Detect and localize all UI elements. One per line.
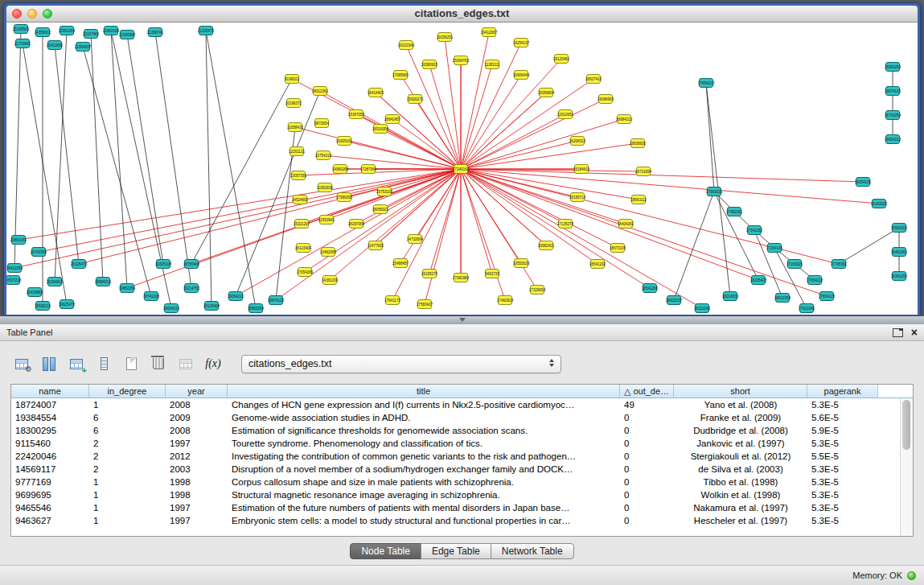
graph-node[interactable]: 17462918 [497, 296, 514, 305]
tab-edge-table[interactable]: Edge Table [421, 543, 491, 559]
graph-node[interactable]: 19336251 [437, 33, 454, 42]
graph-node[interactable]: 10196372 [285, 99, 302, 108]
table-mode-icon[interactable]: ⚙ [10, 353, 34, 374]
table-cell[interactable]: 5.3E-5 [807, 514, 878, 527]
graph-edge[interactable] [461, 169, 598, 264]
graph-node[interactable]: 19210346 [398, 41, 415, 50]
graph-node[interactable]: 19412354 [6, 264, 23, 273]
graph-node[interactable]: 19625473 [59, 300, 76, 309]
graph-edge[interactable] [461, 169, 618, 248]
graph-node[interactable]: 18214536 [722, 292, 739, 301]
table-cell[interactable]: 1998 [166, 476, 228, 488]
graph-node[interactable]: 13462085 [320, 248, 337, 257]
graph-edge[interactable] [206, 31, 256, 308]
table-cell[interactable]: 6 [89, 424, 166, 437]
table-cell[interactable]: 2003 [166, 463, 228, 476]
function-builder-icon[interactable]: f(x) [201, 353, 225, 374]
table-cell[interactable]: de Silva et al. (2003) [674, 463, 807, 476]
table-cell[interactable]: 0 [620, 501, 674, 514]
graph-edge[interactable] [206, 31, 211, 306]
graph-node[interactable]: 17240161 [453, 165, 470, 174]
graph-node[interactable]: 17745362 [831, 260, 848, 269]
table-cell[interactable]: 5.3E-5 [807, 437, 878, 450]
graph-node[interactable]: 16452361 [891, 248, 908, 257]
graph-node[interactable]: 18838930 [630, 139, 647, 148]
table-cell[interactable]: 2 [89, 437, 166, 450]
table-cell[interactable]: Dudbridge et al. (2008) [674, 424, 807, 437]
table-cell[interactable]: 5.6E-5 [807, 411, 878, 424]
graph-node[interactable]: 11058433 [287, 123, 304, 132]
graph-node[interactable]: 18765408 [183, 260, 200, 269]
graph-node[interactable]: 20741596 [31, 248, 47, 257]
graph-node[interactable]: 17834125 [819, 292, 836, 301]
graph-node[interactable]: 16842457 [384, 115, 401, 124]
graph-edge[interactable] [461, 169, 626, 224]
graph-node[interactable]: 16380915 [421, 60, 438, 69]
table-cell[interactable]: 9463627 [11, 514, 89, 527]
table-cell[interactable]: 2 [89, 463, 166, 476]
graph-node[interactable]: 19125408 [203, 302, 220, 311]
graph-node[interactable]: 20125473 [71, 260, 88, 269]
table-cell[interactable]: 0 [620, 450, 674, 463]
graph-node[interactable]: 23951264 [59, 27, 76, 35]
table-cell[interactable]: 0 [620, 411, 674, 424]
graph-node[interactable]: 21703842 [14, 39, 31, 48]
graph-edge[interactable] [461, 141, 577, 169]
network-canvas[interactable]: 1724016115184619162083131261065115056804… [6, 23, 918, 315]
graph-node[interactable]: 10553028 [513, 259, 530, 268]
graph-edge[interactable] [14, 169, 461, 268]
graph-node[interactable]: 24356812 [35, 28, 51, 37]
graph-edge[interactable] [276, 169, 461, 300]
panel-splitter[interactable] [0, 316, 924, 324]
table-cell[interactable]: 9115460 [11, 437, 89, 450]
graph-node[interactable]: 17163025 [786, 260, 803, 269]
graph-node[interactable]: 18984213 [616, 115, 633, 124]
graph-node[interactable]: 10754219 [315, 151, 332, 160]
graph-node[interactable]: 12477932 [368, 241, 384, 250]
table-row[interactable]: 977716911998Corpus callosum shape and si… [11, 476, 913, 488]
table-cell[interactable]: Estimation of significance thresholds fo… [228, 424, 620, 437]
graph-node[interactable]: 12553941 [318, 216, 335, 225]
graph-edge[interactable] [429, 169, 461, 274]
graph-edge[interactable] [127, 35, 163, 264]
graph-edge[interactable] [461, 64, 492, 169]
graph-edge[interactable] [191, 79, 292, 264]
graph-node[interactable]: 17329054 [529, 286, 546, 295]
graph-node[interactable]: 22411809 [47, 41, 64, 50]
show-columns-icon[interactable] [37, 353, 61, 374]
graph-edge[interactable] [429, 64, 461, 169]
import-table-icon[interactable] [174, 353, 198, 374]
table-cell[interactable]: Investigating the contribution of common… [228, 450, 620, 463]
table-cell[interactable]: 5.3E-5 [807, 463, 878, 476]
graph-node[interactable]: 11652830 [317, 183, 334, 192]
graph-node[interactable]: 20419863 [27, 288, 43, 297]
graph-node[interactable]: 13057391 [290, 171, 307, 180]
graph-node[interactable]: 19508216 [35, 302, 51, 311]
graph-edge[interactable] [674, 192, 714, 300]
graph-node[interactable]: 20863152 [10, 236, 27, 245]
table-cell[interactable]: 5.3E-5 [807, 501, 878, 514]
graph-node[interactable]: 21540968 [119, 31, 136, 39]
graph-node[interactable]: 17654213 [698, 79, 715, 88]
table-cell[interactable]: 5.5E-5 [807, 450, 878, 463]
table-cell[interactable]: Structural magnetic resonance image aver… [228, 488, 620, 501]
graph-node[interactable]: 19984216 [95, 278, 112, 286]
graph-edge[interactable] [461, 79, 593, 169]
column-header-short[interactable]: short [674, 385, 807, 398]
graph-node[interactable]: 16163025 [871, 200, 888, 208]
graph-node[interactable]: 16341250 [891, 272, 908, 281]
table-cell[interactable]: 0 [620, 463, 674, 476]
table-row[interactable]: 969969511998Structural magnetic resonanc… [11, 488, 913, 501]
table-row[interactable]: 1456911722003Disruption of a novel membe… [11, 463, 913, 476]
graph-edge[interactable] [714, 192, 758, 280]
table-row[interactable]: 1938455462009Genome-wide association stu… [11, 411, 913, 424]
graph-edge[interactable] [392, 119, 461, 169]
graph-node[interactable]: 17135278 [557, 220, 574, 229]
graph-node[interactable]: 18927410 [585, 75, 602, 84]
graph-node[interactable]: 16982421 [538, 241, 555, 250]
graph-edge[interactable] [461, 169, 863, 182]
graph-edge[interactable] [83, 47, 151, 296]
graph-node[interactable]: 15753102 [376, 187, 393, 196]
graph-edge[interactable] [754, 230, 782, 298]
graph-node[interactable]: 17054213 [807, 276, 823, 285]
